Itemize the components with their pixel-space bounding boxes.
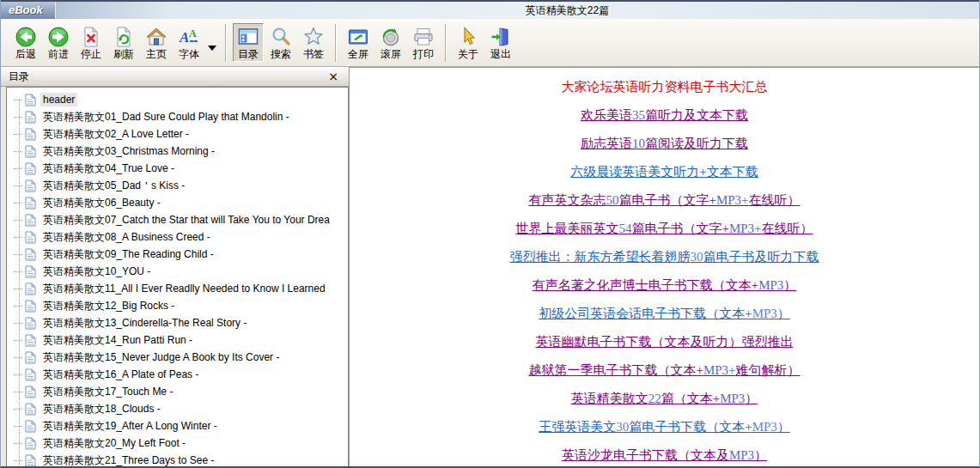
tree-item[interactable]: 英语精美散文08_A Business Creed - — [14, 228, 348, 246]
toolbar-button-toc[interactable]: 目录 — [233, 23, 264, 62]
toolbar-button-home[interactable]: 主页 — [141, 23, 172, 62]
document-icon — [25, 437, 36, 450]
document-icon — [25, 420, 36, 433]
toolbar-group-navigation: 后退前进停止刷新主页AA字体 — [9, 23, 220, 62]
content-link[interactable]: 越狱第一季电子书下载（文本+MP3+难句解析） — [528, 362, 800, 379]
tree-item[interactable]: 英语精美散文11_All I Ever Readlly Needed to Kn… — [14, 280, 348, 297]
document-icon — [25, 368, 36, 381]
content-row: 英语精美散文22篇（文本+MP3） — [350, 385, 979, 413]
tree-item-label: 英语精美散文19_After A Long Winter - — [40, 418, 220, 435]
content-link[interactable]: 英语精美散文22篇（文本+MP3） — [571, 391, 758, 407]
tree-item[interactable]: 英语精美散文06_Beauty - — [14, 194, 348, 211]
toc-icon — [237, 26, 259, 48]
document-icon — [25, 248, 36, 261]
tree-item[interactable]: 英语精美散文13_Cinderella-The Real Story - — [14, 314, 348, 331]
toolbar-button-scroll[interactable]: 滚屏 — [375, 23, 406, 62]
toolbar-button-refresh[interactable]: 刷新 — [108, 23, 139, 62]
tree-branch-line — [14, 237, 22, 238]
tree-item[interactable]: 英语精美散文19_After A Long Winter - — [14, 417, 348, 435]
content-link[interactable]: 英语幽默电子书下载（文本及听力）强烈推出 — [536, 334, 794, 350]
tree-item[interactable]: 英语精美散文10_YOU - — [14, 263, 348, 280]
toolbar-button-bookmark[interactable]: 书签 — [298, 23, 329, 62]
tree-branch-line — [14, 289, 22, 289]
titlebar: eBook 英语精美散文22篇 — [1, 0, 979, 19]
content-link[interactable]: 有声英文杂志50篇电子书（文字+MP3+在线听） — [528, 192, 800, 209]
toolbar-button-forward[interactable]: 前进 — [43, 23, 74, 62]
tree-item[interactable]: 英语精美散文17_Touch Me - — [14, 383, 348, 400]
content-link[interactable]: 王强英语美文30篇电子书下载（文本+MP3） — [539, 419, 790, 435]
content-link[interactable]: 世界上最美丽英文54篇电子书（文字+MP3+在线听） — [515, 221, 813, 237]
toolbar-button-font[interactable]: AA字体 — [173, 23, 204, 62]
content-link[interactable]: 强烈推出：新东方希望长着翅膀30篇电子书及听力下载 — [510, 249, 819, 265]
font-icon: AA — [178, 26, 200, 48]
svg-text:A: A — [189, 27, 197, 40]
document-icon — [25, 454, 36, 467]
document-icon — [25, 111, 36, 124]
content-link[interactable]: 英语沙龙电子书下载（文本及MP3） — [562, 447, 767, 464]
toc-sidebar: 目录 × header英语精美散文01_Dad Sure Could Play … — [1, 67, 349, 466]
tree-item[interactable]: 英语精美散文12_Big Rocks - — [14, 297, 348, 314]
content-link[interactable]: 励志英语10篇阅读及听力下载 — [581, 136, 748, 152]
toolbar-group-panels: 目录搜索书签 — [232, 23, 330, 62]
tree-item-label: 英语精美散文13_Cinderella-The Real Story - — [40, 315, 249, 331]
tree-item[interactable]: 英语精美散文14_Run Patti Run - — [14, 331, 348, 349]
forward-icon — [47, 26, 70, 48]
document-icon — [25, 214, 36, 227]
tree-item-label: 英语精美散文17_Touch Me - — [40, 384, 175, 400]
toolbar-button-back[interactable]: 后退 — [10, 23, 41, 62]
toolbar-button-label: 后退 — [15, 48, 36, 60]
tree-branch-line — [14, 254, 22, 255]
content-row: 英语幽默电子书下载（文本及听力）强烈推出 — [350, 328, 979, 356]
tree-branch-line — [14, 117, 22, 118]
content-row: 欢乐美语35篇听力及文本下载 — [350, 101, 979, 130]
tree-item[interactable]: 英语精美散文21_Three Days to See - — [14, 452, 348, 466]
toolbar-button-stop[interactable]: 停止 — [76, 23, 107, 62]
tree-branch-line — [14, 323, 22, 324]
tree-item[interactable]: 英语精美散文05_Dad＇s Kiss - — [14, 177, 348, 194]
content-link[interactable]: 初级公司英语会话电子书下载（文本+MP3） — [539, 306, 790, 322]
document-icon — [25, 145, 36, 158]
toolbar-separator — [225, 24, 227, 62]
toolbar-button-label: 全屏 — [348, 48, 368, 60]
toolbar-button-label: 目录 — [238, 48, 259, 60]
tree-item[interactable]: 英语精美散文20_My Left Foot - — [14, 435, 348, 452]
tree-item[interactable]: 英语精美散文18_Clouds - — [14, 400, 348, 417]
exit-icon — [490, 26, 512, 48]
content-row: 强烈推出：新东方希望长着翅膀30篇电子书及听力下载 — [350, 243, 979, 271]
toolbar-separator — [445, 24, 447, 62]
tree-item[interactable]: 英语精美散文15_Never Judge A Book by Its Cover… — [14, 349, 348, 366]
tree-branch-line — [14, 185, 22, 186]
tree-item[interactable]: 英语精美散文03_Christmas Morning - — [14, 143, 348, 160]
document-icon — [25, 197, 36, 210]
toolbar-button-print[interactable]: 打印 — [408, 23, 439, 62]
toolbar-button-fullscreen[interactable]: 全屏 — [343, 23, 374, 62]
tree-branch-line — [14, 306, 22, 307]
tree-item[interactable]: 英语精美散文16_A Plate of Peas - — [14, 366, 348, 383]
tree-branch-line — [14, 220, 22, 221]
toolbar-button-exit[interactable]: 退出 — [485, 23, 516, 62]
toolbar-button-about[interactable]: 关于 — [453, 23, 484, 62]
content-link[interactable]: 欢乐美语35篇听力及文本下载 — [581, 107, 748, 124]
content-row: 世界上最美丽英文54篇电子书（文字+MP3+在线听） — [350, 215, 979, 243]
app-logo: eBook — [1, 2, 56, 19]
toolbar-button-label: 书签 — [303, 48, 324, 60]
content-row: 励志英语10篇阅读及听力下载 — [350, 130, 979, 158]
tree-item[interactable]: 英语精美散文07_Catch the Star that will Take Y… — [14, 211, 348, 228]
content-link[interactable]: 六级晨读英语美文听力+文本下载 — [570, 164, 758, 180]
toolbar-button-search[interactable]: 搜索 — [265, 23, 296, 62]
toolbar-button-label: 字体 — [179, 48, 199, 60]
ebook-window: eBook 英语精美散文22篇 后退前进停止刷新主页AA字体 目录搜索书签 全屏… — [0, 0, 980, 468]
tree-item-label: 英语精美散文04_True Love - — [40, 161, 177, 177]
tree-item[interactable]: 英语精美散文09_The Reading Child - — [14, 246, 348, 263]
font-dropdown-arrow-icon[interactable] — [208, 46, 216, 51]
tree-item-label: 英语精美散文02_A Love Letter - — [40, 126, 192, 143]
tree-item[interactable]: header — [14, 91, 348, 108]
tree-item[interactable]: 英语精美散文02_A Love Letter - — [14, 125, 348, 143]
tree-item[interactable]: 英语精美散文01_Dad Sure Could Play that Mandol… — [14, 108, 348, 125]
tree-item-label: 英语精美散文06_Beauty - — [40, 195, 163, 211]
toc-sidebar-title: 目录 — [9, 70, 29, 84]
content-link[interactable]: 有声名著之化声博士电子书下载（文本+MP3） — [533, 277, 797, 294]
close-icon[interactable]: × — [326, 70, 341, 82]
tree-item[interactable]: 英语精美散文04_True Love - — [14, 160, 348, 177]
tree-branch-line — [14, 460, 22, 461]
